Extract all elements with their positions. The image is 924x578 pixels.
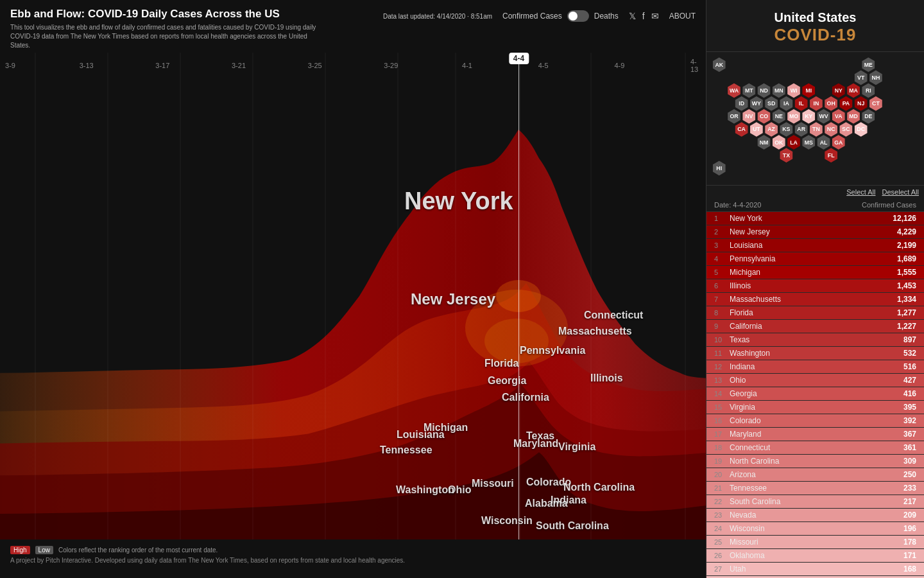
hex-state-tn[interactable]: TN [809, 121, 823, 137]
table-row[interactable]: 1New York12,126 [706, 212, 924, 225]
hex-state-mt[interactable]: MT [742, 83, 756, 98]
hex-state-ct[interactable]: CT [869, 96, 883, 111]
table-row[interactable]: 24Wisconsin196 [706, 522, 924, 536]
table-row[interactable]: 4Pennsylvania1,689 [706, 252, 924, 266]
select-all-button[interactable]: Select All [846, 188, 875, 196]
table-row[interactable]: 17Maryland367 [706, 428, 924, 441]
twitter-icon[interactable]: 𝕏 [629, 11, 636, 21]
table-row[interactable]: 14Georgia416 [706, 387, 924, 401]
hex-state-ne[interactable]: NE [772, 109, 785, 124]
hex-state-al[interactable]: AL [817, 135, 830, 150]
hex-state-wi[interactable]: WI [787, 83, 801, 98]
table-row[interactable]: 20Arizona250 [706, 468, 924, 482]
hex-map[interactable]: AKMEVTNHWAMTNDMNWIMINYMARIIDWYSDIAILINOH… [706, 52, 924, 186]
table-row[interactable]: 13Ohio427 [706, 374, 924, 387]
hex-state-wa[interactable]: WA [728, 83, 741, 98]
hex-state-dc[interactable]: DC [854, 121, 868, 137]
hex-state-fl[interactable]: FL [825, 148, 838, 163]
hex-state-il[interactable]: IL [794, 96, 808, 111]
hex-state-vt[interactable]: VT [854, 70, 868, 85]
hex-state-nv[interactable]: NV [742, 109, 756, 124]
table-row[interactable]: 15Virginia395 [706, 401, 924, 414]
hex-state-me[interactable]: ME [862, 57, 875, 73]
hex-state-ms[interactable]: MS [802, 135, 816, 150]
svg-marker-36 [847, 83, 860, 98]
hex-state-ky[interactable]: KY [802, 109, 816, 124]
hex-state-oh[interactable]: OH [825, 96, 838, 111]
table-row[interactable]: 26Oklahoma171 [706, 549, 924, 563]
facebook-icon[interactable]: f [642, 11, 645, 21]
hex-state-nj[interactable]: NJ [854, 96, 868, 111]
table-row[interactable]: 25Missouri178 [706, 536, 924, 549]
table-row[interactable]: 2New Jersey4,229 [706, 225, 924, 239]
table-body[interactable]: 1New York12,1262New Jersey4,2293Louisian… [706, 212, 924, 578]
hex-state-md[interactable]: MD [847, 109, 860, 124]
cases-deaths-toggle[interactable] [567, 10, 589, 22]
table-row[interactable]: 22South Carolina217 [706, 495, 924, 509]
hex-state-ma[interactable]: MA [847, 83, 860, 98]
hex-state-ga[interactable]: GA [832, 135, 845, 150]
hex-state-or[interactable]: OR [728, 109, 741, 124]
hex-state-mo[interactable]: MO [787, 109, 801, 124]
hex-state-ks[interactable]: KS [780, 121, 793, 137]
email-icon[interactable]: ✉ [651, 11, 659, 21]
hex-state-pa[interactable]: PA [839, 96, 853, 111]
row-count: 217 [903, 497, 916, 506]
table-row[interactable]: 21Tennessee233 [706, 482, 924, 495]
hex-state-nc[interactable]: NC [825, 121, 838, 137]
hex-state-id[interactable]: ID [735, 96, 748, 111]
row-rank: 24 [714, 525, 730, 532]
chart-area[interactable]: 4-4 New YorkNew JerseyConnecticutMassach… [0, 53, 706, 539]
hex-state-wv[interactable]: WV [817, 109, 830, 124]
hex-state-in[interactable]: IN [809, 96, 823, 111]
hex-state-ny[interactable]: NY [832, 83, 845, 98]
hex-state-nd[interactable]: ND [757, 83, 771, 98]
table-row[interactable]: 6Illinois1,453 [706, 279, 924, 293]
hex-state-mi[interactable]: MI [802, 83, 816, 98]
table-row[interactable]: 23Nevada209 [706, 509, 924, 522]
table-row[interactable]: 10Texas897 [706, 333, 924, 347]
hex-state-ia[interactable]: IA [780, 96, 793, 111]
row-rank: 11 [714, 349, 730, 357]
svg-marker-14 [712, 57, 726, 73]
hex-state-mn[interactable]: MN [772, 83, 785, 98]
table-row[interactable]: 27Utah168 [706, 563, 924, 576]
table-row[interactable]: 16Colorado392 [706, 414, 924, 428]
hex-state-wy[interactable]: WY [749, 96, 763, 111]
hex-state-sc[interactable]: SC [839, 121, 853, 137]
hex-state-hi[interactable]: HI [712, 161, 726, 176]
hex-state-ar[interactable]: AR [794, 121, 808, 137]
legend-row: High Low Colors reflect the ranking orde… [10, 546, 696, 554]
svg-marker-40 [735, 96, 748, 111]
hex-state-la[interactable]: LA [787, 135, 801, 150]
hex-state-nm[interactable]: NM [757, 135, 771, 150]
table-row[interactable]: 11Washington532 [706, 347, 924, 360]
hex-state-ak[interactable]: AK [712, 57, 726, 73]
table-row[interactable]: 18Connecticut361 [706, 441, 924, 455]
table-row[interactable]: 7Massachusetts1,334 [706, 293, 924, 306]
hex-state-sd[interactable]: SD [765, 96, 778, 111]
hex-state-ca[interactable]: CA [735, 121, 748, 137]
table-row[interactable]: 5Michigan1,555 [706, 266, 924, 279]
table-row[interactable]: 8Florida1,277 [706, 306, 924, 320]
hex-state-de[interactable]: DE [862, 109, 875, 124]
hex-state-tx[interactable]: TX [780, 148, 793, 163]
hex-state-ok[interactable]: OK [772, 135, 785, 150]
svg-marker-66 [772, 109, 785, 124]
hex-state-nh[interactable]: NH [869, 70, 883, 85]
sidebar: United States COVID-19 AKMEVTNHWAMTNDMNW… [706, 0, 924, 578]
about-button[interactable]: ABOUT [669, 12, 696, 21]
hex-state-co[interactable]: CO [757, 109, 771, 124]
svg-marker-38 [862, 83, 875, 98]
table-row[interactable]: 19North Carolina309 [706, 455, 924, 468]
hex-state-ut[interactable]: UT [749, 121, 763, 137]
table-row[interactable]: 3Louisiana2,199 [706, 239, 924, 252]
table-row[interactable]: 12Indiana516 [706, 360, 924, 374]
hex-state-va[interactable]: VA [832, 109, 845, 124]
hex-state-ri[interactable]: RI [862, 83, 875, 98]
deselect-all-button[interactable]: Deselect All [882, 188, 919, 196]
svg-marker-100 [757, 135, 771, 150]
tick-label-3-13: 3-13 [80, 62, 94, 69]
table-row[interactable]: 9California1,227 [706, 320, 924, 333]
hex-state-az[interactable]: AZ [765, 121, 778, 137]
